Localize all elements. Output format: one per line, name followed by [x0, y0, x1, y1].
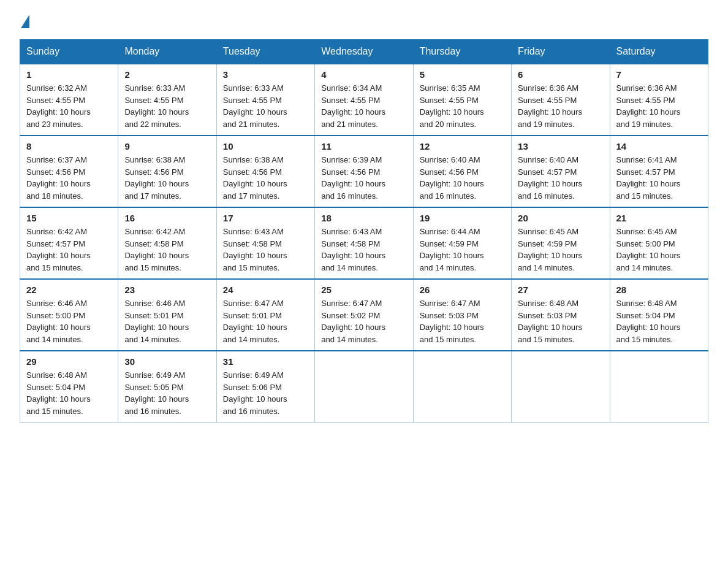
day-info: Sunrise: 6:33 AM Sunset: 4:55 PM Dayligh…	[223, 82, 308, 130]
day-number: 7	[616, 69, 702, 80]
day-cell: 18 Sunrise: 6:43 AM Sunset: 4:58 PM Dayl…	[315, 207, 413, 279]
day-number: 24	[223, 285, 308, 295]
day-number: 29	[26, 356, 112, 367]
day-cell: 29 Sunrise: 6:48 AM Sunset: 5:04 PM Dayl…	[20, 351, 118, 423]
day-cell	[413, 351, 511, 423]
day-info: Sunrise: 6:49 AM Sunset: 5:06 PM Dayligh…	[223, 369, 308, 417]
day-number: 27	[518, 285, 603, 295]
day-info: Sunrise: 6:36 AM Sunset: 4:55 PM Dayligh…	[518, 82, 603, 130]
day-info: Sunrise: 6:47 AM Sunset: 5:01 PM Dayligh…	[223, 297, 308, 345]
day-cell: 26 Sunrise: 6:47 AM Sunset: 5:03 PM Dayl…	[413, 279, 511, 351]
day-number: 4	[321, 69, 406, 80]
day-number: 19	[420, 213, 505, 223]
day-number: 9	[124, 141, 210, 151]
day-number: 23	[124, 285, 210, 295]
day-number: 1	[26, 69, 112, 80]
day-cell: 2 Sunrise: 6:33 AM Sunset: 4:55 PM Dayli…	[118, 64, 216, 136]
header-cell-wednesday: Wednesday	[315, 40, 413, 64]
day-info: Sunrise: 6:47 AM Sunset: 5:03 PM Dayligh…	[420, 297, 505, 345]
day-cell: 27 Sunrise: 6:48 AM Sunset: 5:03 PM Dayl…	[512, 279, 610, 351]
day-number: 20	[518, 213, 603, 223]
day-info: Sunrise: 6:46 AM Sunset: 5:01 PM Dayligh…	[124, 297, 210, 345]
day-info: Sunrise: 6:42 AM Sunset: 4:57 PM Dayligh…	[26, 226, 112, 274]
day-info: Sunrise: 6:38 AM Sunset: 4:56 PM Dayligh…	[124, 154, 210, 202]
calendar-table: SundayMondayTuesdayWednesdayThursdayFrid…	[20, 39, 708, 423]
day-info: Sunrise: 6:41 AM Sunset: 4:57 PM Dayligh…	[616, 154, 702, 202]
day-info: Sunrise: 6:43 AM Sunset: 4:58 PM Dayligh…	[321, 226, 406, 274]
day-number: 21	[616, 213, 702, 223]
day-number: 2	[124, 69, 210, 80]
day-cell: 16 Sunrise: 6:42 AM Sunset: 4:58 PM Dayl…	[118, 207, 216, 279]
day-info: Sunrise: 6:47 AM Sunset: 5:02 PM Dayligh…	[321, 297, 406, 345]
day-cell: 5 Sunrise: 6:35 AM Sunset: 4:55 PM Dayli…	[413, 64, 511, 136]
day-cell: 9 Sunrise: 6:38 AM Sunset: 4:56 PM Dayli…	[118, 136, 216, 207]
day-number: 6	[518, 69, 603, 80]
day-cell: 3 Sunrise: 6:33 AM Sunset: 4:55 PM Dayli…	[216, 64, 314, 136]
day-cell: 10 Sunrise: 6:38 AM Sunset: 4:56 PM Dayl…	[216, 136, 314, 207]
day-info: Sunrise: 6:43 AM Sunset: 4:58 PM Dayligh…	[223, 226, 308, 274]
day-number: 26	[420, 285, 505, 295]
day-info: Sunrise: 6:32 AM Sunset: 4:55 PM Dayligh…	[26, 82, 112, 130]
day-info: Sunrise: 6:44 AM Sunset: 4:59 PM Dayligh…	[420, 226, 505, 274]
day-cell: 21 Sunrise: 6:45 AM Sunset: 5:00 PM Dayl…	[610, 207, 708, 279]
day-number: 11	[321, 141, 406, 151]
day-cell: 30 Sunrise: 6:49 AM Sunset: 5:05 PM Dayl…	[118, 351, 216, 423]
header-cell-tuesday: Tuesday	[216, 40, 314, 64]
day-number: 15	[26, 213, 112, 223]
day-cell: 17 Sunrise: 6:43 AM Sunset: 4:58 PM Dayl…	[216, 207, 314, 279]
week-row-2: 8 Sunrise: 6:37 AM Sunset: 4:56 PM Dayli…	[20, 136, 708, 207]
day-number: 12	[420, 141, 505, 151]
header-row: SundayMondayTuesdayWednesdayThursdayFrid…	[20, 40, 708, 64]
day-cell: 12 Sunrise: 6:40 AM Sunset: 4:56 PM Dayl…	[413, 136, 511, 207]
day-cell: 1 Sunrise: 6:32 AM Sunset: 4:55 PM Dayli…	[20, 64, 118, 136]
day-number: 17	[223, 213, 308, 223]
day-info: Sunrise: 6:48 AM Sunset: 5:03 PM Dayligh…	[518, 297, 603, 345]
day-number: 28	[616, 285, 702, 295]
header-cell-saturday: Saturday	[610, 40, 708, 64]
week-row-3: 15 Sunrise: 6:42 AM Sunset: 4:57 PM Dayl…	[20, 207, 708, 279]
week-row-4: 22 Sunrise: 6:46 AM Sunset: 5:00 PM Dayl…	[20, 279, 708, 351]
day-cell: 11 Sunrise: 6:39 AM Sunset: 4:56 PM Dayl…	[315, 136, 413, 207]
day-info: Sunrise: 6:37 AM Sunset: 4:56 PM Dayligh…	[26, 154, 112, 202]
header-cell-sunday: Sunday	[20, 40, 118, 64]
day-number: 14	[616, 141, 702, 151]
day-cell: 15 Sunrise: 6:42 AM Sunset: 4:57 PM Dayl…	[20, 207, 118, 279]
calendar-header: SundayMondayTuesdayWednesdayThursdayFrid…	[20, 40, 708, 64]
day-cell: 7 Sunrise: 6:36 AM Sunset: 4:55 PM Dayli…	[610, 64, 708, 136]
day-number: 30	[124, 356, 210, 367]
day-cell	[512, 351, 610, 423]
calendar-body: 1 Sunrise: 6:32 AM Sunset: 4:55 PM Dayli…	[20, 64, 708, 423]
day-cell: 4 Sunrise: 6:34 AM Sunset: 4:55 PM Dayli…	[315, 64, 413, 136]
day-info: Sunrise: 6:34 AM Sunset: 4:55 PM Dayligh…	[321, 82, 406, 130]
day-info: Sunrise: 6:42 AM Sunset: 4:58 PM Dayligh…	[124, 226, 210, 274]
day-cell: 19 Sunrise: 6:44 AM Sunset: 4:59 PM Dayl…	[413, 207, 511, 279]
day-info: Sunrise: 6:40 AM Sunset: 4:57 PM Dayligh…	[518, 154, 603, 202]
header-cell-monday: Monday	[118, 40, 216, 64]
day-cell: 23 Sunrise: 6:46 AM Sunset: 5:01 PM Dayl…	[118, 279, 216, 351]
day-number: 22	[26, 285, 112, 295]
day-number: 3	[223, 69, 308, 80]
week-row-5: 29 Sunrise: 6:48 AM Sunset: 5:04 PM Dayl…	[20, 351, 708, 423]
day-cell	[610, 351, 708, 423]
day-number: 10	[223, 141, 308, 151]
day-cell: 22 Sunrise: 6:46 AM Sunset: 5:00 PM Dayl…	[20, 279, 118, 351]
day-info: Sunrise: 6:35 AM Sunset: 4:55 PM Dayligh…	[420, 82, 505, 130]
day-info: Sunrise: 6:48 AM Sunset: 5:04 PM Dayligh…	[26, 369, 112, 417]
day-number: 18	[321, 213, 406, 223]
day-cell: 8 Sunrise: 6:37 AM Sunset: 4:56 PM Dayli…	[20, 136, 118, 207]
header-cell-thursday: Thursday	[413, 40, 511, 64]
day-cell: 24 Sunrise: 6:47 AM Sunset: 5:01 PM Dayl…	[216, 279, 314, 351]
day-cell: 14 Sunrise: 6:41 AM Sunset: 4:57 PM Dayl…	[610, 136, 708, 207]
day-cell: 31 Sunrise: 6:49 AM Sunset: 5:06 PM Dayl…	[216, 351, 314, 423]
day-info: Sunrise: 6:40 AM Sunset: 4:56 PM Dayligh…	[420, 154, 505, 202]
day-info: Sunrise: 6:45 AM Sunset: 5:00 PM Dayligh…	[616, 226, 702, 274]
day-cell: 28 Sunrise: 6:48 AM Sunset: 5:04 PM Dayl…	[610, 279, 708, 351]
day-number: 8	[26, 141, 112, 151]
day-number: 16	[124, 213, 210, 223]
day-number: 31	[223, 356, 308, 367]
day-info: Sunrise: 6:33 AM Sunset: 4:55 PM Dayligh…	[124, 82, 210, 130]
logo-triangle-icon	[21, 15, 29, 28]
logo	[20, 15, 29, 28]
day-info: Sunrise: 6:46 AM Sunset: 5:00 PM Dayligh…	[26, 297, 112, 345]
day-number: 5	[420, 69, 505, 80]
